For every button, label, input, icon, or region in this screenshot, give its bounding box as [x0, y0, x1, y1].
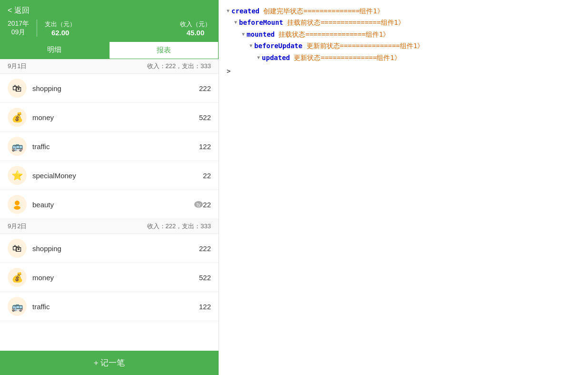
month-label: 09月: [8, 28, 29, 37]
list-item[interactable]: 🛍 shopping 222: [0, 234, 219, 263]
triangle-icon: ▼: [227, 7, 229, 15]
expense-label: 支出（元）: [45, 20, 76, 29]
date-label-1: 9月1日: [8, 62, 27, 71]
date-header-1: 9月1日 收入：222，支出：333: [0, 59, 219, 74]
code-keyword: beforeUpdate: [254, 41, 302, 51]
app-header: < 返回 2017年 09月 支出（元） 62.00 收入（元） 45.00: [0, 0, 219, 41]
item-amount: 222: [199, 84, 211, 92]
code-text: 更新前状态===============组件1》: [302, 41, 424, 51]
list-item[interactable]: 🛍 shopping 222: [0, 74, 219, 103]
greater-than-icon: >: [227, 66, 230, 76]
item-name: shopping: [32, 244, 199, 253]
svg-point-1: [14, 206, 20, 210]
item-amount: 122: [199, 303, 211, 311]
tab-baobiao[interactable]: 报表: [109, 41, 219, 59]
traffic-icon-2: 🚌: [8, 297, 27, 316]
code-keyword: created: [231, 6, 259, 16]
code-panel: ▼ created 创建完毕状态==============组件1》 ▼ bef…: [219, 0, 588, 375]
item-amount: 22: [203, 172, 211, 180]
svg-point-0: [15, 201, 20, 205]
code-keyword: mounted: [247, 29, 275, 40]
header-date: 2017年 09月: [8, 20, 37, 37]
expense-stat: 支出（元） 62.00: [45, 20, 76, 37]
header-stats: 支出（元） 62.00 收入（元） 45.00: [37, 20, 211, 37]
year-label: 2017年: [8, 20, 29, 28]
triangle-icon: ▼: [242, 30, 245, 38]
code-line-3: ▼ mounted 挂载状态===============组件1》: [242, 29, 580, 40]
list-item[interactable]: ⭐ specialMoney 22: [0, 161, 219, 190]
date-header-2: 9月2日 收入：222，支出：333: [0, 219, 219, 234]
list-item[interactable]: 🚌 traffic 122: [0, 292, 219, 321]
code-line-1: ▼ created 创建完毕状态==============组件1》: [227, 6, 580, 16]
item-name: beauty: [32, 201, 193, 209]
money-icon-2: 💰: [8, 268, 27, 287]
tab-bar: 明细 报表: [0, 41, 219, 59]
item-name: money: [32, 113, 199, 122]
date-summary-2: 收入：222，支出：333: [147, 222, 211, 231]
left-panel: < 返回 2017年 09月 支出（元） 62.00 收入（元） 45.00 明…: [0, 0, 219, 375]
item-amount: 522: [199, 113, 211, 122]
code-keyword: updated: [262, 52, 290, 63]
item-name: specialMoney: [32, 172, 203, 180]
item-name: traffic: [32, 142, 199, 151]
code-text: 挂载状态===============组件1》: [275, 29, 389, 40]
code-text: 挂载前状态===============组件1》: [283, 17, 405, 28]
shopping-icon-2: 🛍: [8, 239, 27, 258]
code-line-6: >: [227, 66, 580, 76]
money-icon: 💰: [8, 108, 27, 127]
income-stat: 收入（元） 45.00: [180, 20, 211, 37]
expense-value: 62.00: [51, 29, 70, 37]
add-record-button[interactable]: + 记一笔: [0, 351, 219, 375]
date-summary-1: 收入：222，支出：333: [147, 62, 211, 71]
list-item[interactable]: 🚌 traffic 122: [0, 132, 219, 161]
special-money-icon: ⭐: [8, 166, 27, 185]
list-item[interactable]: 💰 money 522: [0, 103, 219, 132]
list-item[interactable]: 💰 money 522: [0, 263, 219, 292]
triangle-icon: ▼: [249, 42, 252, 50]
item-name: money: [32, 274, 199, 282]
item-amount: 222: [199, 244, 211, 253]
income-label: 收入（元）: [180, 20, 211, 29]
back-button[interactable]: < 返回: [8, 6, 211, 16]
date-label-2: 9月2日: [8, 222, 27, 231]
triangle-icon: ▼: [257, 54, 260, 61]
tab-mingxi[interactable]: 明细: [0, 41, 109, 59]
code-text: 创建完毕状态==============组件1》: [259, 6, 384, 16]
beauty-badge: ty: [194, 201, 203, 208]
beauty-icon: [8, 195, 27, 214]
item-name: shopping: [32, 84, 199, 92]
income-value: 45.00: [187, 29, 205, 37]
code-line-5: ▼ updated 更新状态==============组件1》: [257, 52, 580, 63]
code-text: 更新状态==============组件1》: [290, 52, 401, 63]
traffic-icon: 🚌: [8, 137, 27, 156]
code-line-2: ▼ beforeMount 挂载前状态===============组件1》: [234, 17, 580, 28]
list-item[interactable]: beauty ty 22: [0, 190, 219, 219]
item-amount: 522: [199, 274, 211, 282]
triangle-icon: ▼: [234, 19, 237, 26]
item-amount: 22: [203, 201, 211, 209]
item-name: traffic: [32, 303, 199, 311]
item-amount: 122: [199, 142, 211, 151]
code-keyword: beforeMount: [239, 17, 283, 28]
code-line-4: ▼ beforeUpdate 更新前状态===============组件1》: [249, 41, 580, 51]
shopping-icon: 🛍: [8, 79, 27, 98]
transaction-list: 9月1日 收入：222，支出：333 🛍 shopping 222 💰 mone…: [0, 59, 219, 351]
